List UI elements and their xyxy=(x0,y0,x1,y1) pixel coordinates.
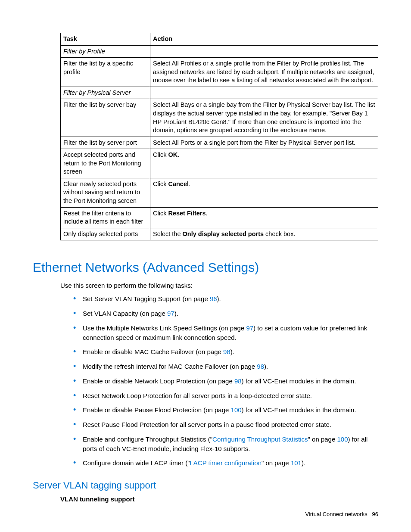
list-item: Use the Multiple Networks Link Speed Set… xyxy=(73,324,378,342)
bullet-text: " on page xyxy=(308,436,337,443)
list-item: Modify the refresh interval for MAC Cach… xyxy=(73,362,378,371)
list-item: Reset Pause Flood Protection for all ser… xyxy=(73,420,378,429)
table-row: Accept selected ports and return to the … xyxy=(61,149,378,178)
list-item: Set Server VLAN Tagging Support (on page… xyxy=(73,294,378,304)
section-intro: Use this screen to perform the following… xyxy=(60,281,378,290)
bullet-text: Enable or disable MAC Cache Failover (on… xyxy=(83,348,223,355)
action-bold: Cancel xyxy=(168,180,189,187)
bullet-text: ). xyxy=(230,348,234,355)
cell-action: Select All Ports or a single port from t… xyxy=(150,137,378,149)
action-post: check box. xyxy=(264,230,295,237)
topic-link[interactable]: Configuring Throughput Statistics xyxy=(212,436,308,443)
page-link[interactable]: 100 xyxy=(231,406,242,414)
action-post: . xyxy=(177,151,179,158)
bullet-text: ). xyxy=(302,459,305,467)
bullet-text: Reset Network Loop Protection for all se… xyxy=(83,392,312,399)
page-link[interactable]: 96 xyxy=(210,295,217,302)
list-item: Reset Network Loop Protection for all se… xyxy=(73,391,378,401)
cell-action: Click Reset Filters. xyxy=(150,207,378,228)
page-link[interactable]: 98 xyxy=(257,363,264,370)
bullet-text: ) for all VC-Enet modules in the domain. xyxy=(242,406,356,414)
bullet-text: ) for all VC-Enet modules in the domain. xyxy=(242,377,356,385)
cell-task: Filter the list by a specific profile xyxy=(61,58,150,87)
footer-text: Virtual Connect networks xyxy=(305,511,367,517)
cell-task: Clear newly selected ports without savin… xyxy=(61,178,150,207)
bullet-text: Reset Pause Flood Protection for all ser… xyxy=(83,421,331,428)
bullet-text: ). xyxy=(174,310,178,317)
page-footer: Virtual Connect networks 96 xyxy=(305,511,378,517)
page-link[interactable]: 101 xyxy=(291,459,302,467)
page-link[interactable]: 100 xyxy=(337,436,348,443)
action-post: . xyxy=(189,180,190,187)
bullet-text: Set VLAN Capacity (on page xyxy=(83,310,167,317)
bullet-text: Configure domain wide LACP timer (" xyxy=(83,459,190,467)
cell-action: Click OK. xyxy=(150,149,378,178)
bullet-text: Set Server VLAN Tagging Support (on page xyxy=(83,295,210,302)
action-post: . xyxy=(206,210,208,217)
table-header-row: Task Action xyxy=(61,33,378,46)
bullet-text: Modify the refresh interval for MAC Cach… xyxy=(83,363,257,370)
header-task: Task xyxy=(61,33,150,46)
table-row: Filter by Profile xyxy=(61,45,378,58)
table-row: Filter the list by server port Select Al… xyxy=(61,137,378,149)
cell-task: Filter the list by server bay xyxy=(61,99,150,137)
list-item: Enable or disable Pause Flood Protection… xyxy=(73,405,378,415)
bullet-text: " on page xyxy=(262,459,291,467)
document-page: Task Action Filter by Profile Filter the… xyxy=(0,0,411,532)
table-row: Clear newly selected ports without savin… xyxy=(61,178,378,207)
bullet-text: Enable or disable Pause Flood Protection… xyxy=(83,406,231,414)
action-pre: Click xyxy=(153,151,168,158)
list-item: Enable or disable Network Loop Protectio… xyxy=(73,376,378,386)
cell-action xyxy=(150,87,378,99)
cell-task: Reset the filter criteria to include all… xyxy=(61,207,150,228)
page-link[interactable]: 97 xyxy=(246,324,253,332)
bullet-text: ). xyxy=(217,295,221,302)
cell-task: Filter by Physical Server xyxy=(61,87,150,99)
table-row: Filter by Physical Server xyxy=(61,87,378,99)
bullet-text: Enable or disable Network Loop Protectio… xyxy=(83,377,234,385)
topic-link[interactable]: LACP timer configuration xyxy=(190,459,262,467)
table-row: Reset the filter criteria to include all… xyxy=(61,207,378,228)
action-bold: Only display selected ports xyxy=(183,230,264,237)
cell-task: Only display selected ports xyxy=(61,228,150,240)
bullet-text: ). xyxy=(264,363,268,370)
bullet-text: Use the Multiple Networks Link Speed Set… xyxy=(83,324,246,332)
cell-task: Filter by Profile xyxy=(61,45,150,58)
list-item: Configure domain wide LACP timer ("LACP … xyxy=(73,458,378,468)
table-row: Filter the list by a specific profile Se… xyxy=(61,58,378,87)
cell-action: Select the Only display selected ports c… xyxy=(150,228,378,240)
cell-action: Select All Bays or a single bay from the… xyxy=(150,99,378,137)
page-link[interactable]: 97 xyxy=(167,310,174,317)
action-bold: OK xyxy=(168,151,177,158)
footer-page-number: 96 xyxy=(372,511,378,517)
cell-task: Accept selected ports and return to the … xyxy=(61,149,150,178)
cell-action: Click Cancel. xyxy=(150,178,378,207)
header-action: Action xyxy=(150,33,378,46)
subsection-heading: Server VLAN tagging support xyxy=(33,480,378,491)
section-heading: Ethernet Networks (Advanced Settings) xyxy=(33,260,378,275)
list-item: Enable and configure Throughput Statisti… xyxy=(73,435,378,454)
action-pre: Click xyxy=(153,180,168,187)
task-list: Set Server VLAN Tagging Support (on page… xyxy=(73,294,378,468)
cell-action: Select All Profiles or a single profile … xyxy=(150,58,378,87)
task-action-table: Task Action Filter by Profile Filter the… xyxy=(60,33,378,240)
action-bold: Reset Filters xyxy=(168,210,206,217)
cell-task: Filter the list by server port xyxy=(61,137,150,149)
list-item: Enable or disable MAC Cache Failover (on… xyxy=(73,347,378,357)
table-row: Filter the list by server bay Select All… xyxy=(61,99,378,137)
page-link[interactable]: 98 xyxy=(234,377,242,385)
list-item: Set VLAN Capacity (on page 97). xyxy=(73,309,378,318)
subsection-bold: VLAN tunneling support xyxy=(60,495,378,503)
action-pre: Select the xyxy=(153,230,183,237)
bullet-text: Enable and configure Throughput Statisti… xyxy=(83,436,212,443)
cell-action xyxy=(150,45,378,58)
page-link[interactable]: 98 xyxy=(223,348,230,355)
table-row: Only display selected ports Select the O… xyxy=(61,228,378,240)
action-pre: Click xyxy=(153,210,168,217)
